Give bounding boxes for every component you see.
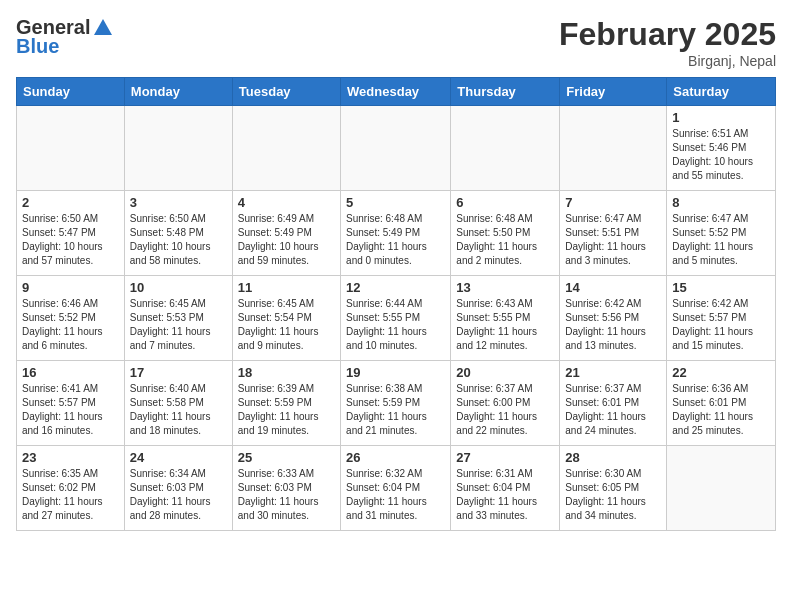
calendar-week-row: 23Sunrise: 6:35 AM Sunset: 6:02 PM Dayli… [17,446,776,531]
day-number: 12 [346,280,445,295]
day-info: Sunrise: 6:37 AM Sunset: 6:01 PM Dayligh… [565,382,661,438]
day-number: 25 [238,450,335,465]
day-info: Sunrise: 6:35 AM Sunset: 6:02 PM Dayligh… [22,467,119,523]
day-number: 2 [22,195,119,210]
calendar-cell: 15Sunrise: 6:42 AM Sunset: 5:57 PM Dayli… [667,276,776,361]
day-of-week-header: Wednesday [341,78,451,106]
calendar-cell: 12Sunrise: 6:44 AM Sunset: 5:55 PM Dayli… [341,276,451,361]
day-info: Sunrise: 6:39 AM Sunset: 5:59 PM Dayligh… [238,382,335,438]
calendar-cell [341,106,451,191]
day-info: Sunrise: 6:46 AM Sunset: 5:52 PM Dayligh… [22,297,119,353]
day-number: 1 [672,110,770,125]
day-number: 4 [238,195,335,210]
day-info: Sunrise: 6:43 AM Sunset: 5:55 PM Dayligh… [456,297,554,353]
day-number: 27 [456,450,554,465]
calendar-cell: 23Sunrise: 6:35 AM Sunset: 6:02 PM Dayli… [17,446,125,531]
day-of-week-header: Thursday [451,78,560,106]
svg-marker-0 [94,19,112,35]
calendar-cell: 8Sunrise: 6:47 AM Sunset: 5:52 PM Daylig… [667,191,776,276]
day-info: Sunrise: 6:50 AM Sunset: 5:48 PM Dayligh… [130,212,227,268]
day-info: Sunrise: 6:30 AM Sunset: 6:05 PM Dayligh… [565,467,661,523]
day-of-week-header: Sunday [17,78,125,106]
day-info: Sunrise: 6:47 AM Sunset: 5:52 PM Dayligh… [672,212,770,268]
day-number: 10 [130,280,227,295]
month-year-title: February 2025 [559,16,776,53]
calendar-cell [667,446,776,531]
day-info: Sunrise: 6:41 AM Sunset: 5:57 PM Dayligh… [22,382,119,438]
calendar-week-row: 16Sunrise: 6:41 AM Sunset: 5:57 PM Dayli… [17,361,776,446]
calendar-cell: 9Sunrise: 6:46 AM Sunset: 5:52 PM Daylig… [17,276,125,361]
day-info: Sunrise: 6:31 AM Sunset: 6:04 PM Dayligh… [456,467,554,523]
calendar-cell: 1Sunrise: 6:51 AM Sunset: 5:46 PM Daylig… [667,106,776,191]
title-block: February 2025 Birganj, Nepal [559,16,776,69]
calendar-cell [124,106,232,191]
day-number: 24 [130,450,227,465]
day-number: 5 [346,195,445,210]
calendar-header-row: SundayMondayTuesdayWednesdayThursdayFrid… [17,78,776,106]
calendar-cell: 21Sunrise: 6:37 AM Sunset: 6:01 PM Dayli… [560,361,667,446]
calendar-cell: 18Sunrise: 6:39 AM Sunset: 5:59 PM Dayli… [232,361,340,446]
day-of-week-header: Saturday [667,78,776,106]
day-number: 28 [565,450,661,465]
day-info: Sunrise: 6:36 AM Sunset: 6:01 PM Dayligh… [672,382,770,438]
calendar-cell: 22Sunrise: 6:36 AM Sunset: 6:01 PM Dayli… [667,361,776,446]
logo: General Blue [16,16,114,58]
calendar-cell [17,106,125,191]
day-info: Sunrise: 6:45 AM Sunset: 5:53 PM Dayligh… [130,297,227,353]
calendar-cell: 20Sunrise: 6:37 AM Sunset: 6:00 PM Dayli… [451,361,560,446]
day-number: 3 [130,195,227,210]
location-subtitle: Birganj, Nepal [559,53,776,69]
day-info: Sunrise: 6:49 AM Sunset: 5:49 PM Dayligh… [238,212,335,268]
day-of-week-header: Friday [560,78,667,106]
calendar-cell: 7Sunrise: 6:47 AM Sunset: 5:51 PM Daylig… [560,191,667,276]
day-number: 19 [346,365,445,380]
calendar-cell: 3Sunrise: 6:50 AM Sunset: 5:48 PM Daylig… [124,191,232,276]
day-info: Sunrise: 6:50 AM Sunset: 5:47 PM Dayligh… [22,212,119,268]
day-number: 21 [565,365,661,380]
day-info: Sunrise: 6:32 AM Sunset: 6:04 PM Dayligh… [346,467,445,523]
day-of-week-header: Tuesday [232,78,340,106]
day-info: Sunrise: 6:40 AM Sunset: 5:58 PM Dayligh… [130,382,227,438]
calendar-cell: 2Sunrise: 6:50 AM Sunset: 5:47 PM Daylig… [17,191,125,276]
day-of-week-header: Monday [124,78,232,106]
calendar-cell: 13Sunrise: 6:43 AM Sunset: 5:55 PM Dayli… [451,276,560,361]
day-info: Sunrise: 6:38 AM Sunset: 5:59 PM Dayligh… [346,382,445,438]
calendar-cell: 5Sunrise: 6:48 AM Sunset: 5:49 PM Daylig… [341,191,451,276]
logo-icon [92,17,114,39]
day-number: 11 [238,280,335,295]
calendar-cell: 24Sunrise: 6:34 AM Sunset: 6:03 PM Dayli… [124,446,232,531]
day-info: Sunrise: 6:42 AM Sunset: 5:57 PM Dayligh… [672,297,770,353]
day-info: Sunrise: 6:47 AM Sunset: 5:51 PM Dayligh… [565,212,661,268]
day-number: 14 [565,280,661,295]
calendar-cell: 28Sunrise: 6:30 AM Sunset: 6:05 PM Dayli… [560,446,667,531]
calendar-cell: 19Sunrise: 6:38 AM Sunset: 5:59 PM Dayli… [341,361,451,446]
day-info: Sunrise: 6:45 AM Sunset: 5:54 PM Dayligh… [238,297,335,353]
day-info: Sunrise: 6:48 AM Sunset: 5:50 PM Dayligh… [456,212,554,268]
calendar-cell: 14Sunrise: 6:42 AM Sunset: 5:56 PM Dayli… [560,276,667,361]
day-number: 6 [456,195,554,210]
day-info: Sunrise: 6:44 AM Sunset: 5:55 PM Dayligh… [346,297,445,353]
calendar-cell: 16Sunrise: 6:41 AM Sunset: 5:57 PM Dayli… [17,361,125,446]
calendar-cell: 6Sunrise: 6:48 AM Sunset: 5:50 PM Daylig… [451,191,560,276]
calendar-cell: 17Sunrise: 6:40 AM Sunset: 5:58 PM Dayli… [124,361,232,446]
day-info: Sunrise: 6:34 AM Sunset: 6:03 PM Dayligh… [130,467,227,523]
day-info: Sunrise: 6:37 AM Sunset: 6:00 PM Dayligh… [456,382,554,438]
day-info: Sunrise: 6:51 AM Sunset: 5:46 PM Dayligh… [672,127,770,183]
day-info: Sunrise: 6:48 AM Sunset: 5:49 PM Dayligh… [346,212,445,268]
day-number: 22 [672,365,770,380]
day-info: Sunrise: 6:33 AM Sunset: 6:03 PM Dayligh… [238,467,335,523]
calendar-cell: 27Sunrise: 6:31 AM Sunset: 6:04 PM Dayli… [451,446,560,531]
day-number: 18 [238,365,335,380]
logo-blue-text: Blue [16,35,59,58]
calendar-week-row: 2Sunrise: 6:50 AM Sunset: 5:47 PM Daylig… [17,191,776,276]
day-number: 20 [456,365,554,380]
day-number: 8 [672,195,770,210]
calendar-cell: 25Sunrise: 6:33 AM Sunset: 6:03 PM Dayli… [232,446,340,531]
day-number: 26 [346,450,445,465]
day-number: 16 [22,365,119,380]
day-info: Sunrise: 6:42 AM Sunset: 5:56 PM Dayligh… [565,297,661,353]
calendar-table: SundayMondayTuesdayWednesdayThursdayFrid… [16,77,776,531]
day-number: 13 [456,280,554,295]
page-header: General Blue February 2025 Birganj, Nepa… [16,16,776,69]
calendar-week-row: 1Sunrise: 6:51 AM Sunset: 5:46 PM Daylig… [17,106,776,191]
